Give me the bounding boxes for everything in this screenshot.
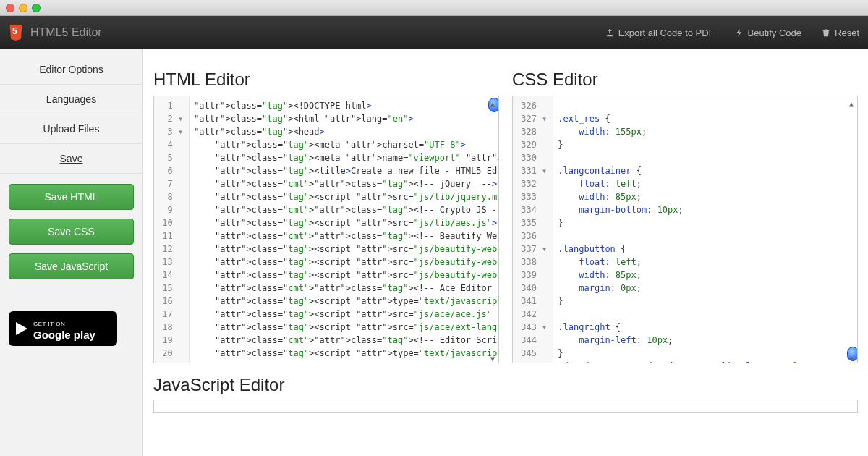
beautify-label: Beutify Code (748, 28, 801, 38)
gplay-top-label: GET IT ON (33, 321, 65, 327)
sidebar: Editor Options Languages Upload Files Sa… (0, 49, 143, 456)
main-content: HTML Editor 1 2 ▾ 3 ▾ 4 5 6 7 8 9 10 11 … (143, 49, 868, 456)
reset-label: Reset (835, 28, 859, 38)
css-editor[interactable]: 326 327 ▾ 328 329 330 331 ▾ 332 333 334 … (512, 96, 858, 363)
save-html-button[interactable]: Save HTML (9, 184, 134, 210)
window-chrome (0, 0, 868, 16)
css-gutter: 326 327 ▾ 328 329 330 331 ▾ 332 333 334 … (513, 96, 553, 363)
top-actions: Export all Code to PDF Beutify Code Rese… (605, 28, 859, 38)
html-gutter: 1 2 ▾ 3 ▾ 4 5 6 7 8 9 10 11 12 13 14 15 … (154, 96, 190, 363)
js-editor-title: JavaScript Editor (153, 375, 858, 395)
reset-button[interactable]: Reset (822, 28, 859, 38)
scroll-up-arrow[interactable]: ▲ (847, 98, 856, 106)
sidebar-item-save[interactable]: Save (0, 144, 142, 174)
close-traffic-light[interactable] (6, 4, 14, 12)
flash-icon (735, 28, 744, 37)
html-editor[interactable]: 1 2 ▾ 3 ▾ 4 5 6 7 8 9 10 11 12 13 14 15 … (153, 96, 499, 363)
export-pdf-button[interactable]: Export all Code to PDF (605, 28, 715, 38)
sidebar-item-languages[interactable]: Languages (0, 85, 142, 114)
minimize-traffic-light[interactable] (19, 4, 27, 12)
google-play-badge[interactable]: GET IT ON Google play (9, 311, 117, 346)
scroll-down-arrow[interactable]: ▼ (488, 352, 497, 361)
css-code-area[interactable]: .ext_res { width: 155px; } .langcontaine… (553, 96, 857, 363)
google-play-text: GET IT ON Google play (33, 316, 95, 342)
export-pdf-label: Export all Code to PDF (618, 28, 715, 38)
scroll-up-arrow[interactable]: ▲ (488, 98, 497, 106)
play-triangle-icon (16, 322, 27, 335)
trash-icon (822, 28, 830, 37)
upload-icon (605, 28, 614, 37)
html-code-area[interactable]: "attr">class="tag"><!DOCTYPE html> "attr… (190, 96, 498, 363)
html5-logo-icon (9, 25, 23, 41)
html-editor-column: HTML Editor 1 2 ▾ 3 ▾ 4 5 6 7 8 9 10 11 … (153, 69, 499, 363)
js-editor[interactable] (153, 400, 858, 413)
gplay-bottom-label: Google play (33, 329, 95, 341)
beautify-button[interactable]: Beutify Code (735, 28, 801, 38)
css-editor-column: CSS Editor 326 327 ▾ 328 329 330 331 ▾ 3… (512, 69, 858, 363)
top-bar: HTML5 Editor Export all Code to PDF Beut… (0, 16, 868, 49)
app-title: HTML5 Editor (30, 26, 102, 39)
save-button-group: Save HTML Save CSS Save JavaScript (0, 174, 142, 290)
sidebar-item-upload-files[interactable]: Upload Files (0, 114, 142, 144)
css-editor-title: CSS Editor (512, 69, 858, 90)
sidebar-item-editor-options[interactable]: Editor Options (0, 55, 142, 85)
save-css-button[interactable]: Save CSS (9, 219, 134, 245)
save-js-button[interactable]: Save JavaScript (9, 253, 134, 279)
zoom-traffic-light[interactable] (32, 4, 41, 12)
html-editor-title: HTML Editor (153, 69, 499, 90)
scroll-down-arrow[interactable]: ▼ (847, 352, 856, 361)
